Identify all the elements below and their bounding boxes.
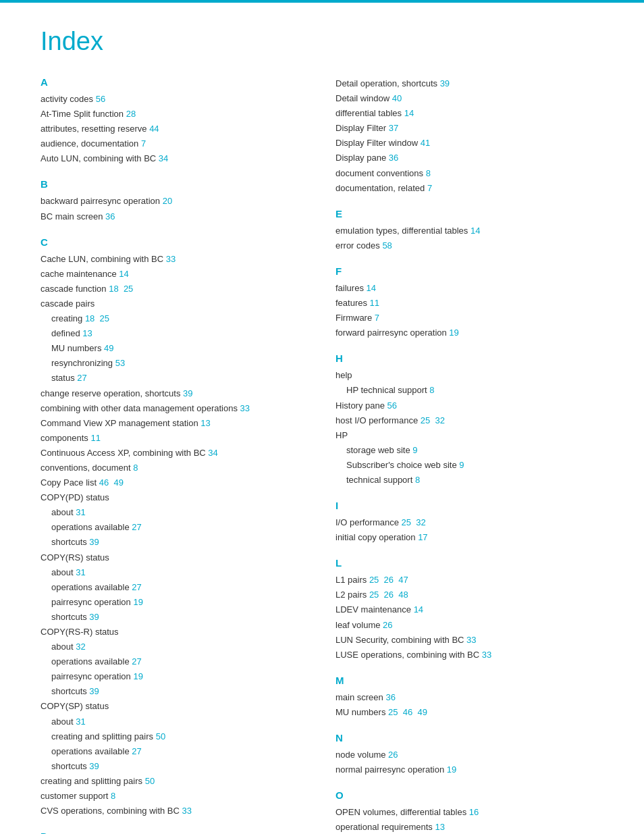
page-link[interactable]: 58 bbox=[382, 240, 392, 251]
page-link[interactable]: 31 bbox=[76, 567, 85, 577]
page-link[interactable]: 39 bbox=[183, 388, 192, 398]
page-link[interactable]: 26 bbox=[383, 620, 392, 630]
page-link[interactable]: 39 bbox=[89, 686, 99, 696]
page-link[interactable]: 48 bbox=[398, 590, 408, 600]
page-link[interactable]: 50 bbox=[145, 776, 155, 786]
index-entry: shortcuts 39 bbox=[41, 535, 308, 550]
page-link[interactable]: 25 bbox=[124, 284, 133, 294]
index-entry-sub: status 27 bbox=[41, 371, 308, 386]
page-link[interactable]: 7 bbox=[375, 313, 379, 323]
page-link[interactable]: 50 bbox=[156, 731, 165, 741]
page-link[interactable]: 28 bbox=[126, 109, 136, 119]
page-link[interactable]: 17 bbox=[418, 532, 427, 542]
page-link[interactable]: 49 bbox=[113, 477, 123, 488]
page-link[interactable]: 39 bbox=[89, 761, 99, 771]
page-link[interactable]: 39 bbox=[89, 537, 99, 547]
page-link[interactable]: 26 bbox=[384, 590, 394, 600]
page-link[interactable]: 19 bbox=[449, 328, 458, 338]
page-link[interactable]: 27 bbox=[132, 582, 141, 592]
page-link[interactable]: 49 bbox=[417, 707, 427, 717]
page-link[interactable]: 7 bbox=[427, 183, 432, 193]
index-entry: operational requirements 13 bbox=[336, 820, 603, 834]
page-link[interactable]: 9 bbox=[412, 445, 417, 455]
section-letter: I bbox=[336, 500, 603, 511]
page-link[interactable]: 40 bbox=[392, 93, 402, 103]
page-link[interactable]: 19 bbox=[447, 764, 456, 775]
page-link[interactable]: 19 bbox=[133, 671, 142, 681]
page-link[interactable]: 11 bbox=[90, 433, 100, 443]
page-link[interactable]: 27 bbox=[132, 522, 141, 532]
page-link[interactable]: 13 bbox=[200, 418, 210, 428]
page-link[interactable]: 26 bbox=[388, 750, 398, 760]
page-link[interactable]: 27 bbox=[132, 746, 141, 756]
page-link[interactable]: 8 bbox=[415, 475, 420, 485]
page-link[interactable]: 13 bbox=[82, 328, 92, 338]
page-link[interactable]: 46 bbox=[403, 707, 412, 717]
page-link[interactable]: 34 bbox=[159, 153, 168, 163]
page-link[interactable]: 33 bbox=[240, 403, 250, 413]
page-link[interactable]: 31 bbox=[76, 507, 85, 517]
index-entry-sub: about 31 bbox=[41, 565, 308, 580]
page-link[interactable]: 8 bbox=[133, 463, 138, 473]
page-link[interactable]: 27 bbox=[132, 656, 141, 667]
page-link[interactable]: 25 bbox=[388, 707, 398, 717]
page-link[interactable]: 25 bbox=[402, 517, 411, 527]
index-entry-sub: defined 13 bbox=[41, 326, 308, 341]
index-entry: Display Filter window 41 bbox=[336, 136, 603, 151]
page-link[interactable]: 27 bbox=[77, 373, 86, 383]
page-link[interactable]: 32 bbox=[76, 642, 85, 652]
page-link[interactable]: 25 bbox=[100, 313, 109, 323]
page-link[interactable]: 20 bbox=[163, 196, 172, 206]
index-entry: error codes 58 bbox=[336, 238, 603, 253]
index-entry: pairresync operation 19 bbox=[41, 595, 308, 610]
page-link[interactable]: 34 bbox=[208, 448, 217, 458]
page-link[interactable]: 33 bbox=[466, 635, 476, 645]
page-link[interactable]: 14 bbox=[404, 108, 414, 118]
page-link[interactable]: 13 bbox=[435, 822, 444, 832]
page-link[interactable]: 26 bbox=[384, 575, 394, 585]
index-entry: MU numbers 49 bbox=[41, 341, 308, 356]
page-link[interactable]: 33 bbox=[182, 806, 192, 816]
page-link[interactable]: 49 bbox=[104, 343, 113, 353]
page-link[interactable]: 39 bbox=[440, 78, 450, 88]
page-link[interactable]: 44 bbox=[149, 124, 159, 134]
page-link[interactable]: 8 bbox=[426, 168, 431, 178]
page-link[interactable]: 9 bbox=[459, 460, 464, 470]
page-link[interactable]: 8 bbox=[429, 385, 434, 395]
page-link[interactable]: 7 bbox=[141, 138, 146, 149]
page-link[interactable]: 32 bbox=[435, 415, 444, 425]
index-entry-sub: operations available 27 bbox=[41, 580, 308, 595]
page-link[interactable]: 25 bbox=[369, 590, 379, 600]
page-link[interactable]: 18 bbox=[109, 284, 118, 294]
index-entry: activity codes 56 bbox=[41, 92, 308, 107]
page-link[interactable]: 14 bbox=[367, 283, 376, 293]
page-link[interactable]: 39 bbox=[89, 612, 99, 622]
page-link[interactable]: 46 bbox=[99, 477, 109, 488]
page-link[interactable]: 53 bbox=[115, 358, 125, 368]
page-link[interactable]: 18 bbox=[85, 313, 95, 323]
page-link[interactable]: 16 bbox=[469, 807, 479, 817]
page-link[interactable]: 36 bbox=[105, 211, 115, 221]
page-link[interactable]: 14 bbox=[119, 269, 128, 279]
page-link[interactable]: 36 bbox=[389, 153, 398, 163]
index-entry: combining with other data management ope… bbox=[41, 401, 308, 416]
index-entry-sub: shortcuts 39 bbox=[41, 684, 308, 699]
page-link[interactable]: 56 bbox=[387, 400, 397, 411]
page-link[interactable]: 25 bbox=[421, 415, 430, 425]
page-link[interactable]: 11 bbox=[370, 298, 379, 308]
page-link[interactable]: 14 bbox=[414, 604, 423, 615]
index-entry-sub: shortcuts 39 bbox=[41, 759, 308, 774]
page-link[interactable]: 37 bbox=[389, 123, 398, 133]
page-link[interactable]: 33 bbox=[166, 254, 176, 264]
page-link[interactable]: 8 bbox=[111, 791, 115, 801]
page-link[interactable]: 14 bbox=[471, 226, 480, 236]
page-link[interactable]: 33 bbox=[482, 650, 491, 660]
page-link[interactable]: 25 bbox=[369, 575, 379, 585]
page-link[interactable]: 41 bbox=[421, 138, 430, 148]
page-link[interactable]: 19 bbox=[133, 597, 142, 607]
page-link[interactable]: 56 bbox=[96, 94, 105, 104]
page-link[interactable]: 32 bbox=[416, 517, 425, 527]
page-link[interactable]: 47 bbox=[398, 575, 408, 585]
page-link[interactable]: 31 bbox=[76, 716, 85, 727]
page-link[interactable]: 36 bbox=[385, 692, 395, 702]
